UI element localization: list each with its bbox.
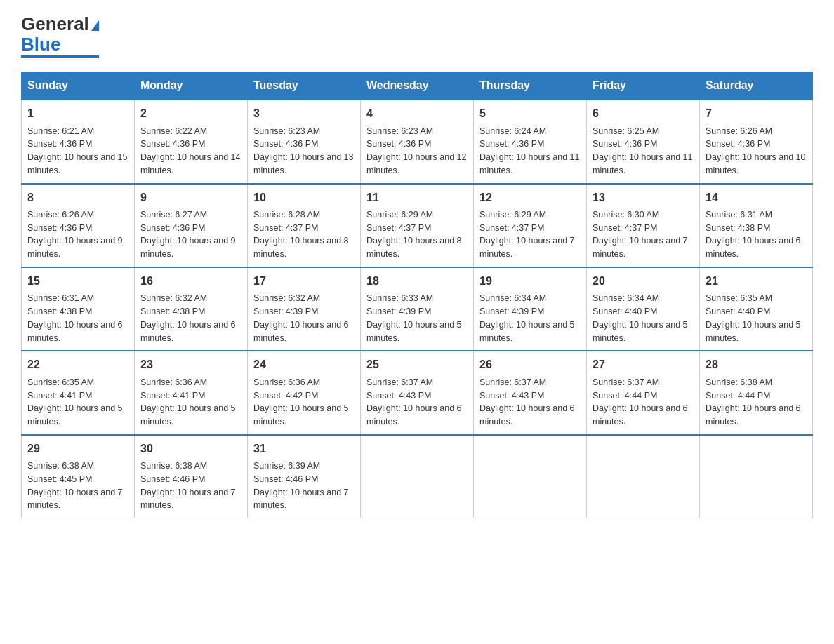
calendar-cell: 6 Sunrise: 6:25 AM Sunset: 4:36 PM Dayli… <box>587 100 700 183</box>
day-number: 1 <box>27 106 128 121</box>
header-monday: Monday <box>135 72 248 100</box>
calendar-week-row: 29 Sunrise: 6:38 AM Sunset: 4:45 PM Dayl… <box>22 435 813 518</box>
calendar-cell <box>474 435 587 518</box>
calendar-cell: 17 Sunrise: 6:32 AM Sunset: 4:39 PM Dayl… <box>248 267 361 351</box>
day-info: Sunrise: 6:28 AM Sunset: 4:37 PM Dayligh… <box>253 208 355 261</box>
calendar-cell: 4 Sunrise: 6:23 AM Sunset: 4:36 PM Dayli… <box>361 100 474 183</box>
day-info: Sunrise: 6:36 AM Sunset: 4:41 PM Dayligh… <box>140 376 241 429</box>
calendar-cell: 7 Sunrise: 6:26 AM Sunset: 4:36 PM Dayli… <box>700 100 813 183</box>
calendar-cell: 14 Sunrise: 6:31 AM Sunset: 4:38 PM Dayl… <box>700 184 813 267</box>
calendar-cell: 15 Sunrise: 6:31 AM Sunset: 4:38 PM Dayl… <box>22 267 135 351</box>
calendar-cell: 18 Sunrise: 6:33 AM Sunset: 4:39 PM Dayl… <box>361 267 474 351</box>
header-tuesday: Tuesday <box>248 72 361 100</box>
calendar-cell <box>700 435 813 518</box>
day-info: Sunrise: 6:22 AM Sunset: 4:36 PM Dayligh… <box>140 125 241 177</box>
day-number: 11 <box>366 190 468 206</box>
day-info: Sunrise: 6:35 AM Sunset: 4:40 PM Dayligh… <box>706 292 807 344</box>
day-number: 15 <box>27 274 128 289</box>
header-friday: Friday <box>587 72 700 100</box>
day-number: 22 <box>27 357 128 373</box>
day-info: Sunrise: 6:29 AM Sunset: 4:37 PM Dayligh… <box>479 208 581 261</box>
calendar-cell: 27 Sunrise: 6:37 AM Sunset: 4:44 PM Dayl… <box>587 351 700 434</box>
day-info: Sunrise: 6:30 AM Sunset: 4:37 PM Dayligh… <box>593 208 694 261</box>
day-number: 29 <box>27 441 128 457</box>
calendar-cell: 19 Sunrise: 6:34 AM Sunset: 4:39 PM Dayl… <box>474 267 587 351</box>
calendar-cell: 26 Sunrise: 6:37 AM Sunset: 4:43 PM Dayl… <box>474 351 587 434</box>
day-number: 5 <box>479 106 581 121</box>
calendar-cell: 1 Sunrise: 6:21 AM Sunset: 4:36 PM Dayli… <box>22 100 135 183</box>
day-number: 19 <box>479 274 581 289</box>
day-info: Sunrise: 6:38 AM Sunset: 4:46 PM Dayligh… <box>140 459 241 512</box>
calendar-cell: 16 Sunrise: 6:32 AM Sunset: 4:38 PM Dayl… <box>135 267 248 351</box>
day-info: Sunrise: 6:21 AM Sunset: 4:36 PM Dayligh… <box>27 125 128 177</box>
day-number: 2 <box>140 106 241 121</box>
day-number: 16 <box>140 274 241 289</box>
calendar-cell: 24 Sunrise: 6:36 AM Sunset: 4:42 PM Dayl… <box>248 351 361 434</box>
logo-underline <box>21 55 99 58</box>
calendar-cell: 21 Sunrise: 6:35 AM Sunset: 4:40 PM Dayl… <box>700 267 813 351</box>
calendar-cell: 20 Sunrise: 6:34 AM Sunset: 4:40 PM Dayl… <box>587 267 700 351</box>
day-number: 27 <box>593 357 694 373</box>
day-number: 13 <box>593 190 694 206</box>
day-number: 28 <box>706 357 807 373</box>
header-saturday: Saturday <box>700 72 813 100</box>
day-info: Sunrise: 6:38 AM Sunset: 4:45 PM Dayligh… <box>27 459 128 512</box>
calendar-cell: 9 Sunrise: 6:27 AM Sunset: 4:36 PM Dayli… <box>135 184 248 267</box>
page-header: General Blue <box>21 14 813 58</box>
day-info: Sunrise: 6:35 AM Sunset: 4:41 PM Dayligh… <box>27 376 128 429</box>
calendar-cell: 3 Sunrise: 6:23 AM Sunset: 4:36 PM Dayli… <box>248 100 361 183</box>
day-number: 4 <box>366 106 468 121</box>
calendar-week-row: 15 Sunrise: 6:31 AM Sunset: 4:38 PM Dayl… <box>22 267 813 351</box>
calendar-cell <box>361 435 474 518</box>
calendar-cell <box>587 435 700 518</box>
day-info: Sunrise: 6:24 AM Sunset: 4:36 PM Dayligh… <box>479 125 581 177</box>
logo: General Blue <box>21 14 99 58</box>
calendar-week-row: 8 Sunrise: 6:26 AM Sunset: 4:36 PM Dayli… <box>22 184 813 267</box>
calendar-cell: 30 Sunrise: 6:38 AM Sunset: 4:46 PM Dayl… <box>135 435 248 518</box>
calendar-week-row: 1 Sunrise: 6:21 AM Sunset: 4:36 PM Dayli… <box>22 100 813 183</box>
header-sunday: Sunday <box>22 72 135 100</box>
calendar-cell: 31 Sunrise: 6:39 AM Sunset: 4:46 PM Dayl… <box>248 435 361 518</box>
day-number: 24 <box>253 357 355 373</box>
calendar-cell: 29 Sunrise: 6:38 AM Sunset: 4:45 PM Dayl… <box>22 435 135 518</box>
calendar-header-row: SundayMondayTuesdayWednesdayThursdayFrid… <box>22 72 813 100</box>
day-number: 30 <box>140 441 241 457</box>
day-number: 7 <box>706 106 807 121</box>
calendar-cell: 12 Sunrise: 6:29 AM Sunset: 4:37 PM Dayl… <box>474 184 587 267</box>
day-info: Sunrise: 6:34 AM Sunset: 4:39 PM Dayligh… <box>479 292 581 344</box>
day-info: Sunrise: 6:27 AM Sunset: 4:36 PM Dayligh… <box>140 208 241 261</box>
calendar-cell: 22 Sunrise: 6:35 AM Sunset: 4:41 PM Dayl… <box>22 351 135 434</box>
day-number: 26 <box>479 357 581 373</box>
day-info: Sunrise: 6:32 AM Sunset: 4:38 PM Dayligh… <box>140 292 241 344</box>
day-info: Sunrise: 6:23 AM Sunset: 4:36 PM Dayligh… <box>253 125 355 177</box>
header-wednesday: Wednesday <box>361 72 474 100</box>
day-info: Sunrise: 6:37 AM Sunset: 4:43 PM Dayligh… <box>479 376 581 429</box>
calendar-cell: 28 Sunrise: 6:38 AM Sunset: 4:44 PM Dayl… <box>700 351 813 434</box>
day-info: Sunrise: 6:25 AM Sunset: 4:36 PM Dayligh… <box>593 125 694 177</box>
day-info: Sunrise: 6:29 AM Sunset: 4:37 PM Dayligh… <box>366 208 468 261</box>
calendar-cell: 5 Sunrise: 6:24 AM Sunset: 4:36 PM Dayli… <box>474 100 587 183</box>
day-number: 12 <box>479 190 581 206</box>
logo-blue: Blue <box>21 34 60 55</box>
day-info: Sunrise: 6:26 AM Sunset: 4:36 PM Dayligh… <box>27 208 128 261</box>
day-number: 31 <box>253 441 355 457</box>
day-number: 3 <box>253 106 355 121</box>
day-number: 10 <box>253 190 355 206</box>
logo-text: General Blue <box>21 14 99 54</box>
calendar-cell: 10 Sunrise: 6:28 AM Sunset: 4:37 PM Dayl… <box>248 184 361 267</box>
day-info: Sunrise: 6:32 AM Sunset: 4:39 PM Dayligh… <box>253 292 355 344</box>
day-info: Sunrise: 6:37 AM Sunset: 4:43 PM Dayligh… <box>366 376 468 429</box>
calendar-cell: 2 Sunrise: 6:22 AM Sunset: 4:36 PM Dayli… <box>135 100 248 183</box>
header-thursday: Thursday <box>474 72 587 100</box>
calendar-cell: 11 Sunrise: 6:29 AM Sunset: 4:37 PM Dayl… <box>361 184 474 267</box>
day-number: 14 <box>706 190 807 206</box>
day-info: Sunrise: 6:37 AM Sunset: 4:44 PM Dayligh… <box>593 376 694 429</box>
calendar-cell: 13 Sunrise: 6:30 AM Sunset: 4:37 PM Dayl… <box>587 184 700 267</box>
day-info: Sunrise: 6:26 AM Sunset: 4:36 PM Dayligh… <box>706 125 807 177</box>
day-info: Sunrise: 6:31 AM Sunset: 4:38 PM Dayligh… <box>27 292 128 344</box>
day-number: 23 <box>140 357 241 373</box>
day-info: Sunrise: 6:36 AM Sunset: 4:42 PM Dayligh… <box>253 376 355 429</box>
calendar-cell: 23 Sunrise: 6:36 AM Sunset: 4:41 PM Dayl… <box>135 351 248 434</box>
day-number: 25 <box>366 357 468 373</box>
day-info: Sunrise: 6:31 AM Sunset: 4:38 PM Dayligh… <box>706 208 807 261</box>
